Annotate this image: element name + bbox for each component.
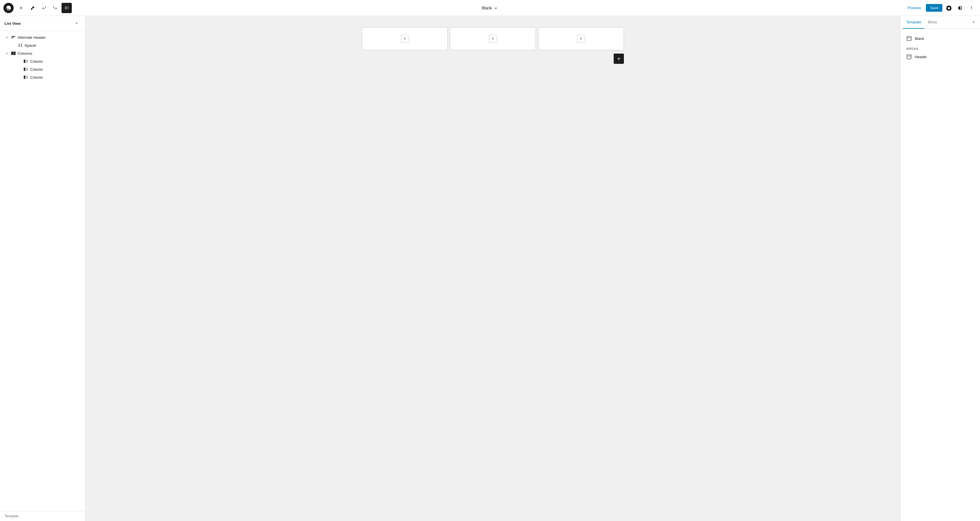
template-name-label: Blank [482,6,492,10]
list-view-panel: List View × Alternate Header [0,16,86,521]
chevron-down-icon [494,6,498,10]
svg-rect-2 [11,38,13,38]
column-block-icon-3 [23,75,29,80]
document-overview-button[interactable] [62,3,72,13]
svg-rect-4 [13,52,14,55]
add-block-button[interactable] [16,3,26,13]
wp-logo[interactable] [3,3,14,13]
columns-label: Columns [18,51,32,56]
svg-rect-12 [907,37,912,41]
column-block-icon-2 [23,67,29,72]
areas-label: AREAS [905,44,975,52]
column-block-2[interactable]: + [450,27,536,50]
appearance-button[interactable] [955,3,965,13]
topbar-right-actions: Preview Save [904,3,977,13]
sidebar-item-column-1[interactable]: Column [0,57,85,65]
column-block-icon-1 [23,59,29,64]
column-3-label: Column [30,75,43,80]
sidebar-item-alternate-header[interactable]: Alternate Header [0,33,85,41]
right-panel-body: Blank AREAS Header [900,29,980,521]
editor-canvas: + + + + [86,16,900,521]
alternate-header-label: Alternate Header [18,35,46,40]
sidebar-footer-label: Template [5,514,19,518]
svg-rect-5 [14,52,16,55]
sidebar-item-column-2[interactable]: Column [0,65,85,73]
settings-button[interactable] [943,3,954,13]
right-panel-close-button[interactable]: × [970,18,978,26]
add-block-column-1[interactable]: + [401,35,409,43]
column-block-3[interactable]: + [538,27,624,50]
add-block-column-3[interactable]: + [577,35,585,43]
tools-button[interactable] [27,3,38,13]
svg-rect-11 [25,75,28,79]
svg-rect-1 [11,37,14,38]
blank-template-icon [906,36,912,41]
sidebar-item-column-3[interactable]: Column [0,73,85,81]
panel-item-blank[interactable]: Blank [905,33,975,44]
sidebar-item-spacer[interactable]: Spacer [0,41,85,49]
sidebar-header: List View × [0,16,85,31]
svg-rect-3 [11,52,13,55]
svg-rect-10 [24,75,25,79]
topbar: Blank Preview Save [0,0,980,16]
right-panel-tabs: Template Block × [900,16,980,29]
tab-block[interactable]: Block [925,16,941,29]
tab-template[interactable]: Template [903,16,925,29]
chevron-icon [5,35,9,40]
svg-rect-9 [25,67,28,71]
columns-block: + + + [362,27,624,50]
sidebar-footer: Template [0,511,85,521]
template-name-button[interactable]: Blank [478,4,501,12]
panel-item-header-label: Header [915,55,927,59]
spacer-label: Spacer [24,43,36,48]
save-button[interactable]: Save [926,4,942,12]
panel-item-header[interactable]: Header [905,52,975,62]
canvas-inner: + + + + [362,27,624,64]
panel-item-blank-label: Blank [915,37,924,41]
svg-rect-14 [907,55,912,59]
svg-rect-6 [24,60,25,63]
columns-chevron [5,51,9,56]
canvas-add-row: + [362,54,624,64]
columns-block-icon [11,51,16,56]
redo-button[interactable] [50,3,60,13]
sidebar-tree: Alternate Header Spacer [0,31,85,511]
main-layout: List View × Alternate Header [0,16,980,521]
preview-button[interactable]: Preview [904,4,925,12]
column-1-label: Column [30,59,43,64]
column-block-1[interactable]: + [362,27,447,50]
header-block-icon [11,35,16,40]
svg-rect-8 [24,67,25,71]
undo-button[interactable] [39,3,49,13]
canvas-add-block-button[interactable]: + [614,54,624,64]
svg-rect-7 [25,60,28,63]
sidebar-item-columns[interactable]: Columns [0,49,85,57]
sidebar-close-button[interactable]: × [73,19,81,27]
add-block-column-2[interactable]: + [489,35,497,43]
more-options-button[interactable] [966,3,977,13]
header-area-icon [906,54,912,60]
sidebar-title: List View [5,21,21,25]
column-2-label: Column [30,67,43,72]
right-panel: Template Block × Blank AREAS [900,16,980,521]
svg-rect-0 [11,36,15,37]
spacer-block-icon [18,43,23,48]
